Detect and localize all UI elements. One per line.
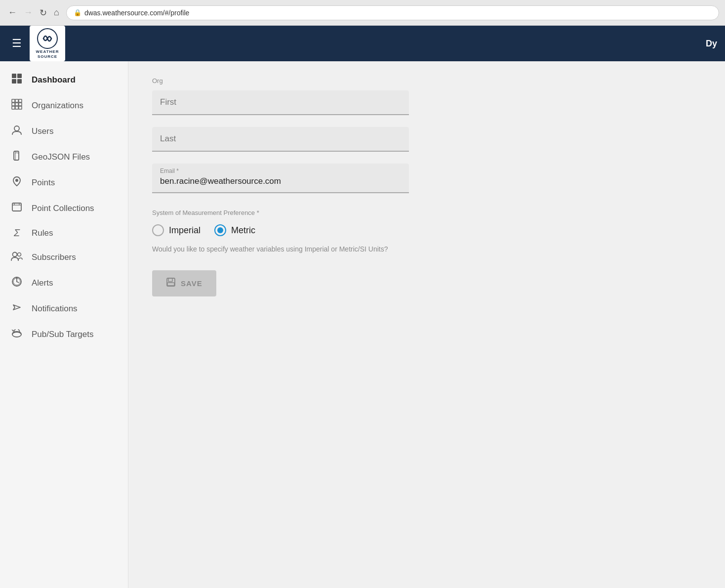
forward-button[interactable]: →: [22, 5, 35, 20]
sidebar-item-pubsub-label: Pub/Sub Targets: [32, 330, 93, 339]
org-label: Org: [152, 77, 409, 84]
imperial-radio[interactable]: [152, 224, 164, 236]
sidebar-item-geojson-label: GeoJSON Files: [32, 152, 90, 162]
save-button[interactable]: SAVE: [152, 270, 216, 296]
sidebar-item-subscribers[interactable]: Subscribers: [0, 245, 128, 270]
geojson-icon: [10, 150, 24, 164]
user-initial: Dy: [706, 39, 717, 49]
svg-rect-30: [167, 283, 174, 286]
sidebar: Dashboard Organizations Users: [0, 61, 128, 588]
organizations-icon: [10, 99, 24, 113]
svg-rect-6: [15, 99, 18, 102]
measurement-hint: Would you like to specify weather variab…: [152, 244, 409, 254]
svg-rect-7: [19, 99, 22, 102]
reload-button[interactable]: ↻: [38, 5, 49, 20]
users-icon: [10, 125, 24, 138]
email-value: ben.racine@weathersource.com: [160, 176, 281, 186]
pubsub-icon: [10, 328, 24, 341]
content-area: Org Email * ben.racine@weathersource.com…: [128, 61, 725, 588]
svg-rect-8: [12, 103, 15, 106]
sidebar-item-dashboard[interactable]: Dashboard: [0, 67, 128, 93]
dashboard-icon: [10, 73, 24, 87]
point-collections-icon: [10, 202, 24, 215]
logo-text-line2: SOURCE: [38, 54, 57, 59]
svg-point-14: [14, 126, 19, 131]
top-nav: ☰ WEATHER SOURCE Dy: [0, 26, 725, 61]
browser-chrome: ← → ↻ ⌂ 🔒 dwas.weathersource.com/#/profi…: [0, 0, 725, 26]
address-bar[interactable]: 🔒 dwas.weathersource.com/#/profile: [66, 5, 719, 20]
svg-point-27: [12, 332, 21, 337]
profile-form: Org Email * ben.racine@weathersource.com…: [152, 77, 409, 296]
svg-rect-4: [17, 79, 22, 84]
notifications-icon: [10, 302, 24, 316]
svg-rect-5: [12, 99, 15, 102]
sidebar-item-points-label: Points: [32, 178, 55, 188]
sidebar-item-users[interactable]: Users: [0, 119, 128, 144]
sidebar-item-users-label: Users: [32, 126, 53, 136]
svg-point-19: [13, 252, 17, 257]
alerts-icon: [10, 276, 24, 290]
svg-rect-9: [15, 103, 18, 106]
imperial-option[interactable]: Imperial: [152, 224, 201, 236]
sidebar-item-point-collections-label: Point Collections: [32, 204, 94, 213]
sidebar-item-notifications[interactable]: Notifications: [0, 296, 128, 322]
sidebar-item-rules[interactable]: Σ Rules: [0, 221, 128, 245]
svg-point-25: [16, 277, 18, 279]
sidebar-item-pubsub[interactable]: Pub/Sub Targets: [0, 322, 128, 347]
first-name-input[interactable]: [152, 90, 409, 115]
svg-rect-29: [168, 278, 172, 282]
svg-marker-26: [13, 305, 20, 310]
imperial-label: Imperial: [169, 225, 201, 236]
sidebar-item-notifications-label: Notifications: [32, 304, 78, 314]
sidebar-item-rules-label: Rules: [32, 228, 53, 238]
svg-line-24: [17, 282, 19, 283]
email-field-container: Email * ben.racine@weathersource.com: [152, 164, 409, 193]
logo-icon: [37, 28, 58, 49]
sidebar-item-point-collections[interactable]: Point Collections: [0, 196, 128, 221]
sidebar-item-geojson[interactable]: GeoJSON Files: [0, 144, 128, 170]
svg-point-20: [18, 253, 21, 256]
measurement-preference-label: System of Measurement Preference *: [152, 209, 409, 216]
subscribers-icon: [10, 251, 24, 264]
points-icon: [10, 176, 24, 190]
home-button[interactable]: ⌂: [52, 5, 61, 20]
svg-rect-2: [17, 74, 22, 78]
svg-rect-3: [12, 79, 16, 84]
lock-icon: 🔒: [74, 9, 81, 16]
sidebar-item-dashboard-label: Dashboard: [32, 75, 76, 85]
sidebar-item-organizations-label: Organizations: [32, 101, 83, 111]
url-text: dwas.weathersource.com/#/profile: [84, 9, 189, 17]
sidebar-item-points[interactable]: Points: [0, 170, 128, 196]
sidebar-item-alerts-label: Alerts: [32, 278, 53, 288]
svg-rect-1: [12, 74, 16, 78]
svg-rect-12: [15, 106, 18, 109]
metric-radio[interactable]: [214, 224, 226, 236]
app-shell: ☰ WEATHER SOURCE Dy: [0, 26, 725, 588]
save-label: SAVE: [181, 279, 202, 288]
rules-icon: Σ: [10, 227, 24, 239]
email-label: Email *: [160, 168, 401, 174]
metric-label: Metric: [231, 225, 255, 236]
sidebar-item-subscribers-label: Subscribers: [32, 252, 76, 262]
svg-rect-18: [12, 203, 21, 211]
sidebar-item-alerts[interactable]: Alerts: [0, 270, 128, 296]
svg-rect-11: [12, 106, 15, 109]
svg-rect-13: [19, 106, 22, 109]
hamburger-button[interactable]: ☰: [8, 33, 26, 54]
nav-buttons: ← → ↻ ⌂: [6, 5, 61, 20]
main-layout: Dashboard Organizations Users: [0, 61, 725, 588]
back-button[interactable]: ←: [6, 5, 19, 20]
measurement-radio-group: Imperial Metric: [152, 224, 409, 236]
svg-point-17: [15, 179, 18, 182]
last-name-input[interactable]: [152, 127, 409, 152]
logo-text-line1: WEATHER: [36, 49, 59, 54]
sidebar-item-organizations[interactable]: Organizations: [0, 93, 128, 119]
metric-option[interactable]: Metric: [214, 224, 255, 236]
logo-container: WEATHER SOURCE: [30, 26, 65, 61]
svg-rect-10: [19, 103, 22, 106]
save-icon: [166, 277, 176, 290]
